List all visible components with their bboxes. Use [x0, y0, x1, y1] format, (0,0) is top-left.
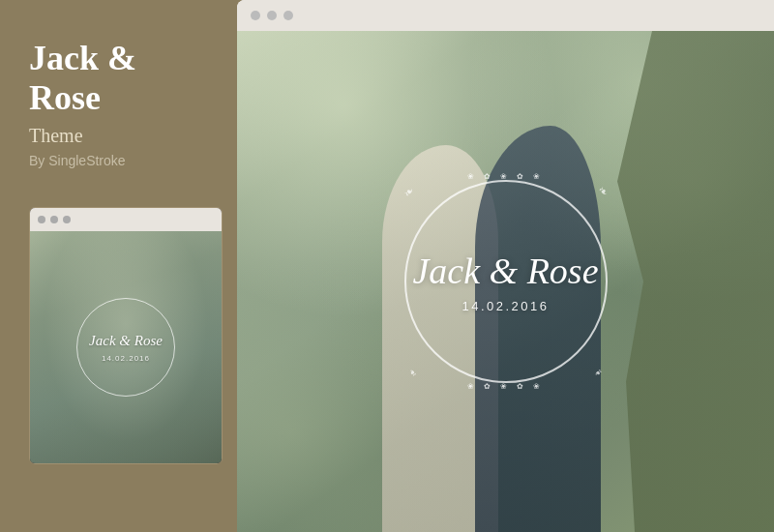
small-browser-bar [30, 208, 222, 231]
small-preview-image: Jack & Rose 14.02.2016 [30, 231, 222, 463]
theme-title: Jack & Rose [29, 39, 208, 119]
small-wedding-date: 14.02.2016 [102, 354, 150, 363]
main-couple-names: Jack & Rose [412, 250, 598, 294]
title-line1: Jack & [29, 39, 136, 77]
leaf-decoration-tr: ❧ [594, 184, 611, 201]
main-wedding-date: 14.02.2016 [461, 299, 549, 313]
leaf-decoration-bl: ❧ [406, 367, 419, 379]
browser-dot-2 [50, 216, 58, 223]
small-browser-preview: Jack & Rose 14.02.2016 [29, 207, 223, 464]
main-preview-image: ❧ ❧ ❧ ❧ Jack & Rose 14.02.2016 [237, 31, 774, 532]
sidebar: Jack & Rose Theme By SingleStroke Jack &… [0, 0, 237, 532]
main-browser-dot-1 [251, 11, 260, 20]
small-wreath: Jack & Rose 14.02.2016 [68, 289, 184, 405]
title-line2: Rose [29, 78, 101, 117]
browser-dot-1 [38, 216, 45, 223]
main-browser-bar [237, 0, 774, 31]
theme-author: By SingleStroke [29, 153, 208, 168]
main-browser-dot-2 [267, 11, 277, 20]
small-couple-names: Jack & Rose [89, 332, 163, 351]
small-overlay: Jack & Rose 14.02.2016 [68, 289, 184, 405]
leaf-decoration-br: ❧ [592, 367, 605, 379]
theme-subtitle: Theme [29, 125, 208, 147]
main-browser-dot-3 [283, 11, 293, 20]
leaf-decoration-tl: ❧ [401, 184, 418, 201]
browser-dot-3 [63, 216, 71, 223]
main-overlay: ❧ ❧ ❧ ❧ Jack & Rose 14.02.2016 [390, 165, 622, 398]
main-browser-preview: ❧ ❧ ❧ ❧ Jack & Rose 14.02.2016 [237, 0, 774, 532]
main-wreath: ❧ ❧ ❧ ❧ Jack & Rose 14.02.2016 [390, 165, 622, 398]
